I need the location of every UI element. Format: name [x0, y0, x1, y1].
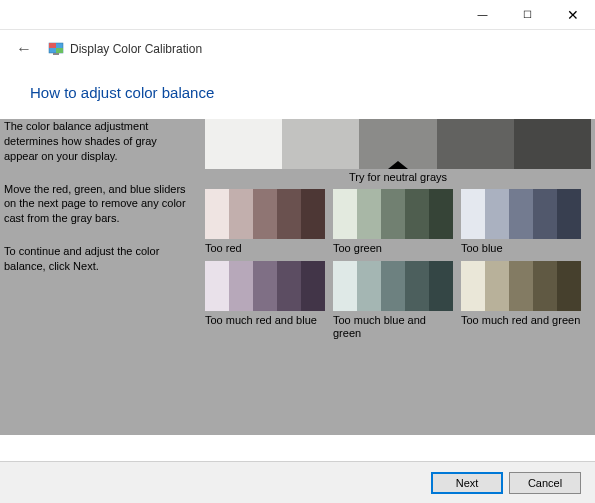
maximize-button[interactable]: ☐ [505, 0, 550, 30]
neutral-pointer-label: Try for neutral grays [205, 171, 591, 183]
app-title: Display Color Calibration [70, 42, 202, 56]
neutral-swatch [205, 119, 282, 169]
color-cast-grid: Too redToo greenToo blueToo much red and… [205, 189, 591, 341]
neutral-swatch [282, 119, 359, 169]
titlebar: — ☐ ✕ [0, 0, 595, 30]
sample-swatch [333, 189, 453, 239]
svg-rect-1 [49, 43, 56, 48]
sample-label: Too much red and blue [205, 311, 325, 327]
color-cast-sample: Too blue [461, 189, 581, 255]
instruction-text: Move the red, green, and blue sliders on… [4, 182, 193, 227]
color-cast-sample: Too red [205, 189, 325, 255]
svg-rect-2 [56, 48, 63, 53]
app-icon [48, 41, 64, 57]
sample-label: Too red [205, 239, 325, 255]
back-button[interactable]: ← [10, 36, 38, 62]
sample-label: Too much blue and green [333, 311, 453, 340]
sample-label: Too green [333, 239, 453, 255]
instructions-column: The color balance adjustment determines … [0, 119, 205, 435]
watermark: wsxdn.com [530, 442, 583, 453]
sample-label: Too much red and green [461, 311, 581, 327]
sample-swatch [205, 189, 325, 239]
sample-swatch [461, 261, 581, 311]
instruction-text: To continue and adjust the color balance… [4, 244, 193, 274]
instruction-text: The color balance adjustment determines … [4, 119, 193, 164]
cancel-button[interactable]: Cancel [509, 472, 581, 494]
sample-swatch [333, 261, 453, 311]
neutral-swatch [437, 119, 514, 169]
sample-swatch [461, 189, 581, 239]
neutral-swatch [514, 119, 591, 169]
header-bar: ← Display Color Calibration [0, 30, 595, 68]
color-cast-sample: Too much red and blue [205, 261, 325, 340]
color-cast-sample: Too much red and green [461, 261, 581, 340]
sample-label: Too blue [461, 239, 581, 255]
page-heading: How to adjust color balance [0, 78, 595, 119]
svg-rect-3 [53, 53, 59, 55]
footer-bar: Next Cancel [0, 461, 595, 503]
color-cast-sample: Too green [333, 189, 453, 255]
sample-swatch [205, 261, 325, 311]
close-button[interactable]: ✕ [550, 0, 595, 30]
next-button[interactable]: Next [431, 472, 503, 494]
minimize-button[interactable]: — [460, 0, 505, 30]
samples-column: Try for neutral grays Too redToo greenTo… [205, 119, 595, 435]
color-cast-sample: Too much blue and green [333, 261, 453, 340]
main-content: The color balance adjustment determines … [0, 119, 595, 435]
